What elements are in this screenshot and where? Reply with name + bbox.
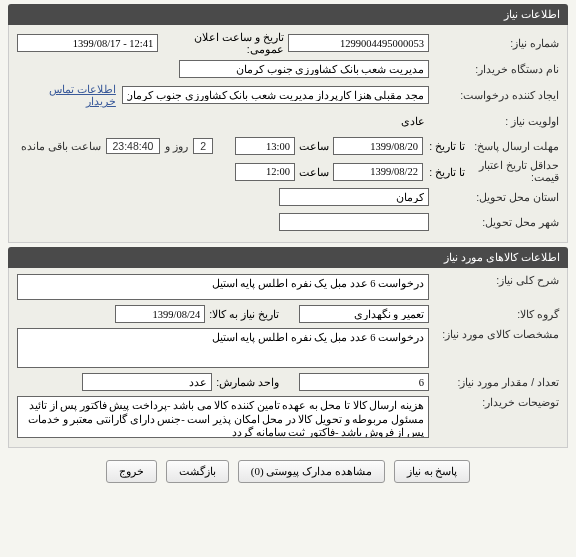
attachments-button[interactable]: مشاهده مدارک پیوستی (0) — [238, 460, 385, 483]
qty-field[interactable] — [299, 373, 429, 391]
respond-button[interactable]: پاسخ به نیاز — [394, 460, 471, 483]
creator-field[interactable] — [122, 86, 429, 104]
announce-field[interactable] — [17, 34, 158, 52]
notes-label: توضیحات خریدار: — [429, 396, 559, 408]
goods-info-body: شرح کلی نیاز: گروه کالا: تاریخ نیاز به ک… — [8, 268, 568, 448]
group-field[interactable] — [299, 305, 429, 323]
deadline-label: مهلت ارسال پاسخ: — [469, 140, 559, 152]
validity-date-field[interactable] — [333, 163, 423, 181]
org-field[interactable] — [179, 60, 429, 78]
deadline-date-field[interactable] — [333, 137, 423, 155]
back-button[interactable]: بازگشت — [166, 460, 229, 483]
general-desc-field[interactable] — [17, 274, 429, 300]
remaining-suffix: ساعت باقی مانده — [21, 140, 101, 152]
city-label: شهر محل تحویل: — [429, 216, 559, 228]
announce-label: تاریخ و ساعت اعلان عمومی: — [162, 31, 284, 55]
priority-value: عادی — [397, 113, 429, 129]
priority-label: اولویت نیاز : — [429, 115, 559, 127]
group-label: گروه کالا: — [429, 308, 559, 320]
notes-field[interactable] — [17, 396, 429, 438]
spec-field[interactable] — [17, 328, 429, 368]
org-label: نام دستگاه خریدار: — [429, 63, 559, 75]
validity-label: حداقل تاریخ اعتبار قیمت: — [469, 160, 559, 183]
validity-time-field[interactable] — [235, 163, 295, 181]
unit-label: واحد شمارش: — [216, 376, 279, 388]
need-number-label: شماره نیاز: — [429, 37, 559, 49]
remaining-days-label: روز و — [165, 140, 188, 152]
province-field[interactable] — [279, 188, 429, 206]
goods-info-header: اطلاعات کالاهای مورد نیاز — [8, 247, 568, 268]
time-label-1: ساعت — [299, 140, 329, 152]
contact-link[interactable]: اطلاعات تماس خریدار — [17, 83, 116, 107]
need-number-field[interactable] — [288, 34, 429, 52]
time-label-2: ساعت — [299, 166, 329, 178]
remaining-days: 2 — [193, 138, 213, 154]
province-label: استان محل تحویل: — [429, 191, 559, 203]
remaining-time: 23:48:40 — [106, 138, 161, 154]
remaining-block: 2 روز و 23:48:40 ساعت باقی مانده — [21, 138, 215, 154]
need-by-field[interactable] — [115, 305, 205, 323]
deadline-time-field[interactable] — [235, 137, 295, 155]
general-desc-label: شرح کلی نیاز: — [429, 274, 559, 286]
creator-label: ایجاد کننده درخواست: — [429, 89, 559, 101]
button-bar: پاسخ به نیاز مشاهده مدارک پیوستی (0) باز… — [0, 452, 576, 491]
to-date-label: تا تاریخ : — [427, 140, 465, 152]
city-field[interactable] — [279, 213, 429, 231]
need-info-header: اطلاعات نیاز — [8, 4, 568, 25]
exit-button[interactable]: خروج — [106, 460, 157, 483]
unit-field[interactable] — [82, 373, 212, 391]
spec-label: مشخصات کالای مورد نیاز: — [429, 328, 559, 340]
need-info-body: شماره نیاز: تاریخ و ساعت اعلان عمومی: نا… — [8, 25, 568, 243]
to-date-label-2: تا تاریخ : — [427, 166, 465, 178]
qty-label: تعداد / مقدار مورد نیاز: — [429, 376, 559, 388]
need-by-label: تاریخ نیاز به کالا: — [209, 308, 279, 320]
